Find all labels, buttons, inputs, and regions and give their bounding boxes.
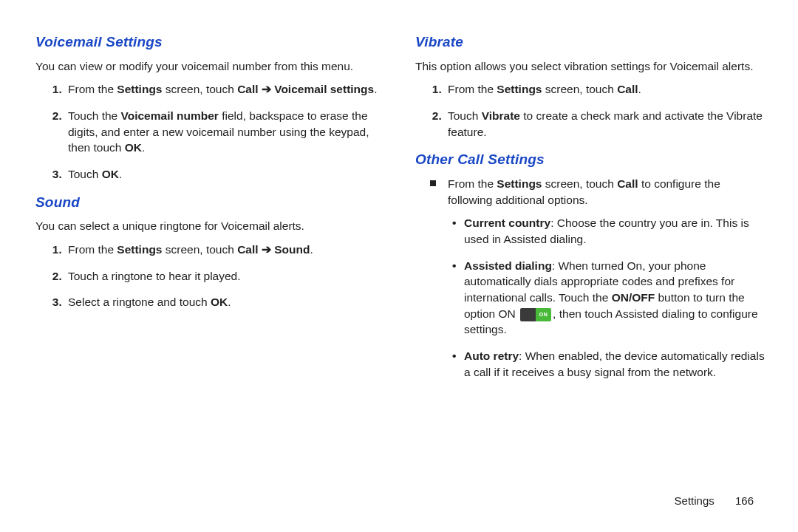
footer-page-number: 166 xyxy=(735,494,754,507)
text-bold: Settings xyxy=(497,83,542,95)
text-bold: Call xyxy=(237,243,258,256)
steps-sound: From the Settings screen, touch Call ➔ S… xyxy=(35,242,386,310)
list-item: Touch the Voicemail number field, backsp… xyxy=(65,108,386,156)
text: . xyxy=(638,83,641,95)
text-bold: Call xyxy=(617,177,638,190)
intro-vibrate: This option allows you select vibration … xyxy=(415,58,765,75)
manual-page: Voicemail Settings You can view or modif… xyxy=(0,0,798,406)
text: Touch the xyxy=(68,109,121,122)
toggle-on-label: ON xyxy=(536,308,551,321)
text-bold: Settings xyxy=(497,177,542,190)
list-item: From the Settings screen, touch Call ➔ S… xyxy=(65,242,386,258)
text: . xyxy=(374,83,377,95)
text: screen, touch xyxy=(162,83,237,95)
text-bold: Voicemail number xyxy=(121,109,219,122)
arrow-icon: ➔ xyxy=(262,83,271,95)
list-other-call: From the Settings screen, touch Call to … xyxy=(415,176,765,381)
list-item: From the Settings screen, touch Call to … xyxy=(445,176,765,381)
text-bold: Assisted dialing xyxy=(464,259,552,272)
text-bold: ON/OFF xyxy=(612,291,655,304)
list-item: Touch a ringtone to hear it played. xyxy=(65,268,386,284)
text-bold: OK xyxy=(211,296,228,308)
list-item: Select a ringtone and touch OK. xyxy=(65,294,386,310)
list-item: From the Settings screen, touch Call. xyxy=(445,81,765,98)
sublist-options: Current country: Choose the country you … xyxy=(448,215,765,380)
list-item: From the Settings screen, touch Call ➔ V… xyxy=(65,81,386,98)
left-column: Voicemail Settings You can view or modif… xyxy=(35,30,386,391)
steps-vibrate: From the Settings screen, touch Call. To… xyxy=(415,81,765,140)
text-bold: Current country xyxy=(464,216,550,229)
heading-vibrate: Vibrate xyxy=(415,33,765,52)
text-bold: Call xyxy=(237,83,258,95)
text: . xyxy=(119,168,122,180)
text: screen, touch xyxy=(162,243,237,256)
list-item: Touch Vibrate to create a check mark and… xyxy=(445,108,765,140)
text: screen, touch xyxy=(542,83,617,95)
text-bold: Auto retry xyxy=(464,349,519,362)
text: From the xyxy=(448,177,497,190)
text-bold: OK xyxy=(102,168,119,180)
steps-voicemail: From the Settings screen, touch Call ➔ V… xyxy=(35,81,386,182)
heading-voicemail-settings: Voicemail Settings xyxy=(35,33,386,52)
page-footer: Settings 166 xyxy=(675,493,754,508)
text-bold: OK xyxy=(125,141,142,154)
text-bold: Settings xyxy=(117,83,162,95)
text: . xyxy=(310,243,313,256)
heading-other-call-settings: Other Call Settings xyxy=(415,150,765,170)
text-bold: Settings xyxy=(117,243,162,256)
text: Touch a ringtone to hear it played. xyxy=(68,270,241,282)
intro-voicemail: You can view or modify your voicemail nu… xyxy=(35,58,386,75)
text: . xyxy=(228,296,231,308)
toggle-on-icon: ON xyxy=(520,308,551,321)
list-item: Touch OK. xyxy=(65,166,386,183)
text-bold: Voicemail settings xyxy=(274,83,374,95)
list-item: Current country: Choose the country you … xyxy=(461,215,765,247)
text-bold: Sound xyxy=(274,243,310,256)
text: Select a ringtone and touch xyxy=(68,296,211,308)
footer-section: Settings xyxy=(675,494,715,507)
text: From the xyxy=(68,243,117,256)
text: Touch xyxy=(448,109,482,122)
arrow-icon: ➔ xyxy=(262,243,271,256)
text: Touch xyxy=(68,168,102,180)
right-column: Vibrate This option allows you select vi… xyxy=(415,30,765,391)
text: From the xyxy=(448,83,497,95)
text-bold: Call xyxy=(617,83,638,95)
heading-sound: Sound xyxy=(35,193,386,213)
intro-sound: You can select a unique ringtone for Voi… xyxy=(35,218,386,234)
list-item: Assisted dialing: When turned On, your p… xyxy=(461,258,765,338)
text-bold: Vibrate xyxy=(482,109,520,122)
list-item: Auto retry: When enabled, the device aut… xyxy=(461,348,765,380)
text: From the xyxy=(68,83,117,95)
text: screen, touch xyxy=(542,177,617,190)
text: . xyxy=(142,141,145,154)
